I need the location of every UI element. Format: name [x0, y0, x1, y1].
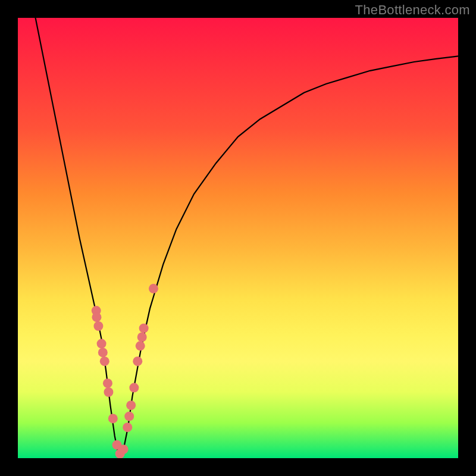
scatter-point — [104, 387, 113, 397]
scatter-points — [92, 284, 158, 458]
scatter-point — [103, 378, 112, 388]
scatter-point — [136, 341, 145, 350]
scatter-point — [133, 356, 142, 366]
scatter-point — [126, 400, 136, 410]
bottleneck-curve — [36, 18, 458, 458]
scatter-point — [139, 324, 149, 333]
chart-frame: TheBottleneck.com — [0, 0, 476, 476]
scatter-point — [119, 444, 129, 454]
scatter-point — [108, 414, 118, 423]
scatter-point — [92, 312, 101, 322]
watermark-text: TheBottleneck.com — [355, 2, 470, 18]
scatter-point — [93, 321, 103, 331]
scatter-point — [129, 383, 139, 393]
chart-svg — [18, 18, 458, 458]
scatter-point — [100, 356, 109, 366]
plot-area — [18, 18, 458, 458]
scatter-point — [137, 333, 147, 342]
scatter-point — [149, 284, 158, 293]
scatter-point — [97, 339, 107, 349]
scatter-point — [98, 347, 108, 357]
scatter-point — [124, 412, 134, 421]
scatter-point — [123, 422, 132, 432]
